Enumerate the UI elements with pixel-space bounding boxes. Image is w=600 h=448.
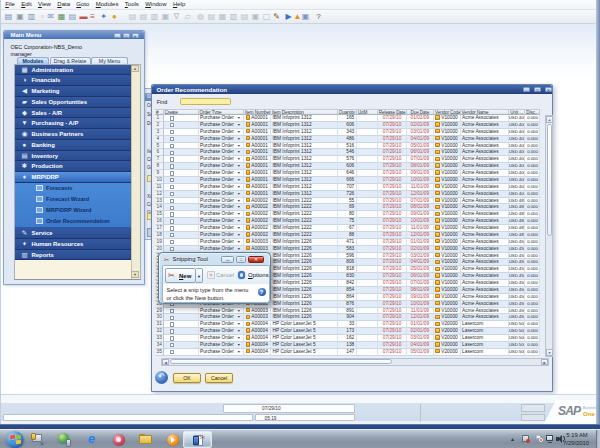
item-number-cell[interactable]: A00003 [244, 314, 271, 321]
show-desktop-button[interactable] [596, 430, 600, 448]
print-icon[interactable]: ▣ [16, 12, 25, 21]
unit-price-cell[interactable]: USD 485 [509, 225, 526, 232]
release-date-cell[interactable]: 07/29/10 [378, 204, 406, 211]
sidebar-item-human-resources[interactable]: ✦Human Resources [15, 239, 132, 250]
row-number-cell[interactable]: 34 [155, 342, 164, 349]
quantity-cell[interactable]: 516 [338, 143, 357, 150]
link-arrow-icon[interactable] [435, 170, 440, 174]
chevron-down-icon[interactable]: ▼ [237, 170, 241, 177]
vertical-scrollbar[interactable]: ▲ ▼ [545, 115, 553, 357]
unit-price-cell[interactable]: USD 400 [509, 129, 526, 136]
row-number-cell[interactable]: 7 [155, 156, 164, 163]
release-date-cell[interactable]: 07/29/10 [378, 342, 406, 349]
scroll-right-icon[interactable]: ▶ [541, 359, 548, 366]
order-type-cell[interactable]: Purchase Order▼ [199, 191, 245, 198]
table-row[interactable]: 8Purchase Order▼A00001IBM Infoprint 1312… [155, 163, 540, 170]
release-date-cell[interactable]: 07/29/10 [378, 287, 406, 294]
item-description-cell[interactable]: IBM Infoprint 1312 [271, 122, 338, 129]
link-arrow-icon[interactable] [435, 157, 440, 161]
vendor-code-cell[interactable]: V10000 [434, 239, 461, 246]
vendor-code-cell[interactable]: V10000 [434, 129, 461, 136]
chevron-down-icon[interactable]: ▼ [237, 211, 241, 218]
link-arrow-icon[interactable] [435, 129, 440, 133]
due-date-cell[interactable]: 08/01/09 [407, 204, 434, 211]
chevron-down-icon[interactable]: ▼ [237, 184, 241, 191]
link-arrow-icon[interactable] [246, 342, 251, 346]
order-type-cell[interactable]: Purchase Order▼ [199, 335, 245, 342]
quantity-cell[interactable]: 546 [338, 149, 357, 156]
vendor-code-cell[interactable]: V10000 [434, 136, 461, 143]
row-number-cell[interactable]: 32 [155, 328, 164, 335]
table-row[interactable]: 31Purchase Order▼A00004HP Color LaserJet… [155, 321, 540, 328]
link-arrow-icon[interactable] [435, 177, 440, 181]
quantity-cell[interactable]: 471 [338, 239, 357, 246]
vendor-name-cell[interactable]: Acme Associates [461, 136, 509, 143]
discount-cell[interactable]: 0.000 [525, 266, 540, 273]
discount-cell[interactable]: 0.000 [525, 246, 540, 253]
unit-price-cell[interactable]: USD 400 [509, 191, 526, 198]
item-description-cell[interactable]: IBM Infoprint 1312 [271, 163, 338, 170]
unit-price-cell[interactable]: USD 400 [509, 156, 526, 163]
link-arrow-icon[interactable] [246, 315, 251, 319]
close-icon[interactable]: ✕ [545, 87, 552, 93]
release-date-cell[interactable]: 07/29/10 [378, 246, 406, 253]
quantity-cell[interactable]: 69 [338, 204, 357, 211]
vendor-code-cell[interactable]: V10000 [434, 314, 461, 321]
vendor-code-cell[interactable]: V10000 [434, 198, 461, 205]
order-type-cell[interactable]: Purchase Order▼ [199, 198, 245, 205]
vendor-name-cell[interactable]: Acme Associates [461, 232, 509, 239]
order-type-cell[interactable]: Purchase Order▼ [199, 232, 245, 239]
quantity-cell[interactable]: 55 [338, 198, 357, 205]
row-number-cell[interactable]: 11 [155, 184, 164, 191]
link-arrow-icon[interactable] [435, 322, 440, 326]
uom-cell[interactable] [357, 184, 379, 191]
release-date-cell[interactable]: 07/29/10 [378, 308, 406, 315]
due-date-cell[interactable]: 09/01/09 [407, 294, 434, 301]
uom-cell[interactable] [357, 321, 379, 328]
chevron-down-icon[interactable]: ▼ [237, 122, 241, 129]
quantity-cell[interactable]: 576 [338, 156, 357, 163]
minimize-icon[interactable]: – [114, 33, 121, 39]
chevron-down-icon[interactable]: ▼ [237, 232, 241, 239]
release-date-cell[interactable]: 07/29/10 [378, 253, 406, 260]
discount-cell[interactable]: 0.000 [525, 308, 540, 315]
link-arrow-icon[interactable] [435, 205, 440, 209]
item-number-cell[interactable]: A00003 [244, 239, 271, 246]
link-arrow-icon[interactable] [435, 273, 440, 277]
uom-cell[interactable] [357, 225, 379, 232]
vendor-code-cell[interactable]: V20000 [434, 328, 461, 335]
main-menu-titlebar[interactable]: Main Menu – □ ✕ [4, 31, 145, 39]
clock-time[interactable]: 5:19 AM [558, 432, 596, 438]
vendor-name-cell[interactable]: Acme Associates [461, 253, 509, 260]
uom-cell[interactable] [357, 136, 379, 143]
item-number-cell[interactable]: A00001 [244, 191, 271, 198]
item-description-cell[interactable]: IBM Infoprint 1226 [271, 301, 338, 308]
table-row[interactable]: 7Purchase Order▼A00001IBM Infoprint 1312… [155, 156, 540, 163]
unit-price-cell[interactable]: USD 500 [509, 321, 526, 328]
discount-cell[interactable]: 0.000 [525, 301, 540, 308]
create-checkbox[interactable] [170, 343, 174, 347]
uom-cell[interactable] [357, 115, 379, 122]
vendor-name-cell[interactable]: Acme Associates [461, 211, 509, 218]
chevron-down-icon[interactable]: ▼ [237, 342, 241, 349]
chevron-down-icon[interactable]: ▼ [237, 308, 241, 315]
discount-cell[interactable]: 0.000 [525, 184, 540, 191]
discount-cell[interactable]: 0.000 [525, 211, 540, 218]
chevron-down-icon[interactable]: ▼ [237, 191, 241, 198]
chevron-down-icon[interactable]: ▼ [237, 225, 241, 232]
gray-doc5-icon[interactable]: ◍ [196, 12, 205, 21]
discount-cell[interactable]: 0.000 [525, 259, 540, 266]
item-number-cell[interactable]: A00001 [244, 156, 271, 163]
quantity-cell[interactable]: 854 [338, 287, 357, 294]
sidebar-item-sales-opportunities[interactable]: ▰Sales Opportunities [15, 97, 132, 108]
vendor-name-cell[interactable]: Acme Associates [461, 294, 509, 301]
order-type-cell[interactable]: Purchase Order▼ [199, 115, 245, 122]
item-description-cell[interactable]: HP Color LaserJet 5 [271, 342, 338, 349]
uom-cell[interactable] [357, 232, 379, 239]
vendor-name-cell[interactable]: Acme Associates [461, 259, 509, 266]
sidebar-item-mrp-drp-wizard[interactable]: MRP\DRP Wizard [15, 205, 132, 216]
link-arrow-icon[interactable] [435, 342, 440, 346]
row-number-cell[interactable]: 31 [155, 321, 164, 328]
menu-view[interactable]: View [35, 0, 54, 10]
scroll-down-icon[interactable]: ▼ [546, 349, 553, 356]
